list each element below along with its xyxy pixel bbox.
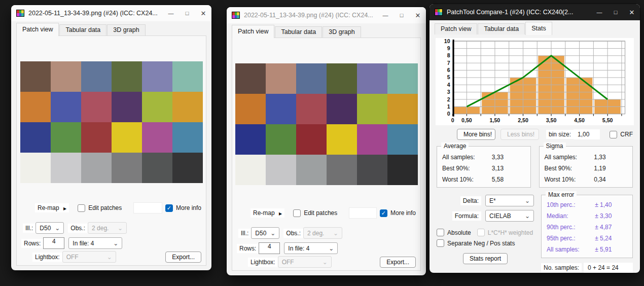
color-patch[interactable] <box>296 94 327 124</box>
color-patch[interactable] <box>51 92 81 122</box>
color-patch[interactable] <box>387 155 418 185</box>
close-icon[interactable]: ✕ <box>195 5 211 21</box>
color-patch[interactable] <box>296 155 327 185</box>
in-file-select[interactable]: In file: 4 ⌄ <box>68 237 122 249</box>
color-patch[interactable] <box>357 63 387 94</box>
illuminant-select[interactable]: D50 ⌄ <box>35 222 64 234</box>
remap-button[interactable]: Re-map ▶ <box>251 208 284 218</box>
absolute-checkbox[interactable] <box>437 229 444 236</box>
color-patch[interactable] <box>112 61 142 92</box>
color-patch[interactable] <box>51 122 81 153</box>
titlebar[interactable]: 2022-05-11_13-34-39.png (#24) (ICC: CX24… <box>11 5 211 21</box>
edit-patches-checkbox[interactable] <box>78 204 85 212</box>
color-patch[interactable] <box>357 155 387 185</box>
tab-stats[interactable]: Stats <box>525 22 552 35</box>
minimize-icon[interactable]: — <box>377 7 393 23</box>
color-patch[interactable] <box>296 63 327 94</box>
minimize-icon[interactable]: — <box>591 4 607 20</box>
maximize-icon[interactable]: □ <box>179 5 195 21</box>
more-info-label: More info <box>390 209 416 217</box>
color-patch[interactable] <box>235 155 266 185</box>
color-patch[interactable] <box>235 94 266 124</box>
color-patch[interactable] <box>235 63 266 94</box>
tab-tabular-data[interactable]: Tabular data <box>478 23 525 34</box>
color-patch[interactable] <box>172 92 203 122</box>
color-patch[interactable] <box>81 61 112 92</box>
color-patch[interactable] <box>142 153 172 183</box>
export-button[interactable]: Export... <box>165 252 201 263</box>
more-info-checkbox[interactable]: ✓ <box>380 209 387 217</box>
patch-name-field[interactable] <box>133 202 162 213</box>
titlebar[interactable]: 2022-05-11_13-34-39.png (#24) (ICC: CX24… <box>227 7 426 23</box>
close-icon[interactable]: ✕ <box>624 4 640 20</box>
in-file-select[interactable]: In file: 4 ⌄ <box>284 242 338 254</box>
remap-button[interactable]: Re-map ▶ <box>35 203 69 212</box>
tab-3d-graph[interactable]: 3D graph <box>323 26 361 38</box>
svg-text:2,50: 2,50 <box>518 117 528 123</box>
color-patch[interactable] <box>296 124 327 155</box>
stats-report-button[interactable]: Stats report <box>463 253 508 264</box>
color-patch[interactable] <box>51 61 81 92</box>
color-patch[interactable] <box>112 92 142 122</box>
color-patch[interactable] <box>20 153 51 183</box>
color-patch[interactable] <box>357 124 387 155</box>
color-patch[interactable] <box>81 92 112 122</box>
color-patch[interactable] <box>142 61 172 92</box>
color-patch[interactable] <box>327 124 357 155</box>
color-patch[interactable] <box>142 92 172 122</box>
color-patch[interactable] <box>172 61 203 92</box>
color-patch[interactable] <box>387 94 418 124</box>
tab-patch-view[interactable]: Patch view <box>232 25 274 38</box>
bin-size-value[interactable]: 1,00 <box>574 129 600 139</box>
chevron-down-icon: ⌄ <box>55 227 60 230</box>
color-patch[interactable] <box>266 155 296 185</box>
color-patch[interactable] <box>51 153 81 183</box>
rows-input[interactable]: 4 <box>259 242 280 254</box>
minimize-icon[interactable]: — <box>163 5 179 21</box>
color-patch[interactable] <box>357 94 387 124</box>
color-patch[interactable] <box>172 122 203 153</box>
color-patch[interactable] <box>20 122 51 153</box>
color-patch[interactable] <box>81 122 112 153</box>
tab-tabular-data[interactable]: Tabular data <box>59 24 106 35</box>
illuminant-select[interactable]: D50 ⌄ <box>251 227 279 239</box>
color-patch[interactable] <box>387 63 418 94</box>
maximize-icon[interactable]: □ <box>393 7 410 23</box>
color-patch[interactable] <box>327 63 357 94</box>
color-patch[interactable] <box>172 153 203 183</box>
color-patch[interactable] <box>327 94 357 124</box>
export-button[interactable]: Export... <box>380 257 416 268</box>
tab-tabular-data[interactable]: Tabular data <box>275 26 322 38</box>
tab-3d-graph[interactable]: 3D graph <box>107 24 145 35</box>
titlebar[interactable]: PatchTool Compare-1 (#24) (ICC: CX240(2.… <box>430 4 640 20</box>
edit-patches-checkbox[interactable] <box>293 209 301 217</box>
color-patch[interactable] <box>266 63 296 94</box>
more-bins-button[interactable]: More bins! <box>457 129 495 140</box>
close-icon[interactable]: ✕ <box>410 7 426 23</box>
color-patch[interactable] <box>81 153 112 183</box>
color-patch[interactable] <box>387 124 418 155</box>
lightbox-select: OFF ⌄ <box>278 256 332 268</box>
edit-patches-label: Edit patches <box>88 204 122 211</box>
color-patch[interactable] <box>327 155 357 185</box>
formula-select[interactable]: CIELAB ⌄ <box>485 210 534 222</box>
rows-input[interactable]: 4 <box>43 237 64 249</box>
tab-patch-view[interactable]: Patch view <box>435 23 477 34</box>
color-patch[interactable] <box>20 61 51 92</box>
separate-neg-pos-checkbox[interactable] <box>437 239 444 247</box>
more-info-checkbox[interactable]: ✓ <box>165 204 173 212</box>
color-patch[interactable] <box>112 122 142 153</box>
color-patch[interactable] <box>266 124 296 155</box>
color-patch[interactable] <box>112 153 142 183</box>
patch-name-field[interactable] <box>349 207 377 219</box>
color-patch[interactable] <box>20 92 51 122</box>
crf-checkbox[interactable] <box>610 131 617 138</box>
color-patch[interactable] <box>235 124 266 155</box>
color-patch[interactable] <box>142 122 172 153</box>
delta-select[interactable]: E* ⌄ <box>485 195 534 206</box>
lch-weighted-checkbox <box>477 229 485 236</box>
tab-patch-view[interactable]: Patch view <box>16 23 59 36</box>
color-patch[interactable] <box>266 94 296 124</box>
bin-size-label: bin size: <box>546 130 574 139</box>
maximize-icon[interactable]: □ <box>607 4 624 20</box>
